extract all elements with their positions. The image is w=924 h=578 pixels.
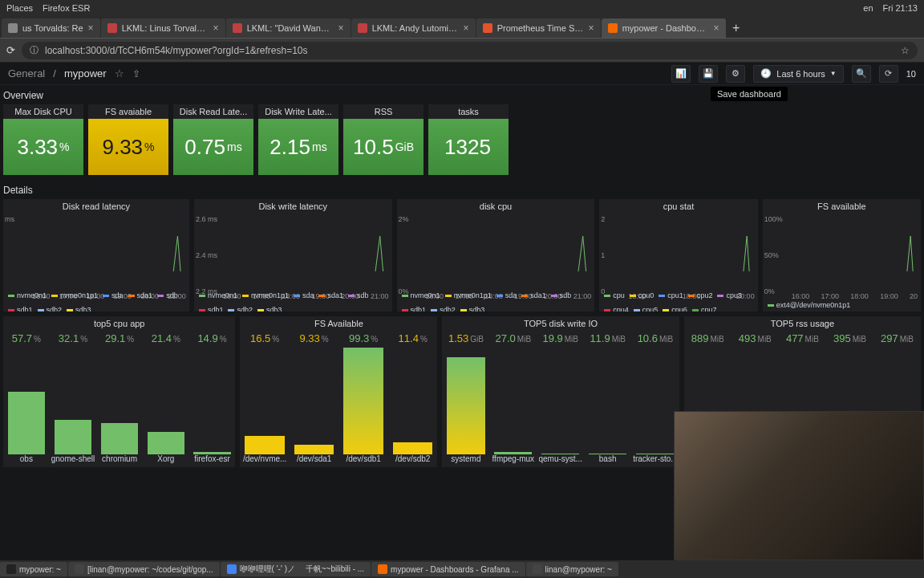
- legend-item[interactable]: sdb3: [257, 305, 282, 311]
- close-tab-icon[interactable]: ×: [589, 22, 594, 34]
- taskbar-item[interactable]: 咿咿哩哩( '-' )ノ゙ 千帆~~bilibili - ...: [221, 562, 371, 576]
- chart-plot[interactable]: 2.6 ms2.4 ms2.2 ms 16:0017:0018:0019:002…: [194, 214, 392, 311]
- timeseries-panel[interactable]: Disk read latency ms 16:0017:0018:0019:0…: [3, 199, 189, 311]
- url-field[interactable]: ⓘ localhost:3000/d/TcCH6m54k/mypower?org…: [22, 42, 918, 59]
- lang-indicator[interactable]: en: [863, 3, 873, 13]
- zoom-out-button[interactable]: 🔍: [852, 65, 871, 83]
- legend-item[interactable]: cpu: [604, 291, 625, 300]
- close-tab-icon[interactable]: ×: [464, 22, 469, 34]
- legend-item[interactable]: sda: [496, 291, 517, 300]
- tab-favicon: [233, 23, 242, 33]
- legend-item[interactable]: sdb1: [402, 305, 427, 311]
- refresh-interval[interactable]: 10: [906, 69, 916, 79]
- bargauge-label: Xorg: [157, 454, 174, 466]
- places-menu[interactable]: Places: [6, 3, 33, 13]
- legend-item[interactable]: sdb1: [199, 305, 224, 311]
- taskbar-item[interactable]: mypower: ~: [0, 562, 67, 576]
- legend-item[interactable]: sda1: [318, 291, 343, 300]
- refresh-button[interactable]: ⟳: [879, 65, 898, 83]
- chart-plot[interactable]: 2%0% 16:0017:0018:0019:0020:0021:00 nvme…: [397, 214, 595, 311]
- legend-item[interactable]: nvme0n1p1: [51, 291, 98, 300]
- legend-item[interactable]: sdb: [157, 291, 178, 300]
- app-menu[interactable]: Firefox ESR: [43, 3, 90, 13]
- taskbar-item[interactable]: [linan@mypower: ~/codes/git/gop...: [68, 562, 220, 576]
- share-icon[interactable]: ⇪: [132, 68, 140, 79]
- legend-item[interactable]: sda: [294, 291, 314, 300]
- bargauge-panel[interactable]: FS Available 16.5% /dev/nvme... 9.33% /d…: [240, 316, 437, 467]
- taskbar-app-icon: [227, 564, 237, 574]
- legend-item[interactable]: cpu0: [630, 291, 654, 300]
- close-tab-icon[interactable]: ×: [338, 22, 344, 34]
- clock[interactable]: Fri 21:13: [883, 3, 918, 13]
- legend-item[interactable]: sdb: [348, 291, 369, 300]
- settings-button[interactable]: ⚙: [726, 65, 745, 83]
- legend-item[interactable]: cpu7: [692, 305, 717, 311]
- tab-title: LKML: Andy Lutomirski:: [372, 23, 459, 33]
- browser-tab[interactable]: LKML: Linus Torvalds: Re×: [101, 18, 225, 38]
- browser-tab[interactable]: mypower - Dashboards×: [602, 18, 726, 38]
- close-tab-icon[interactable]: ×: [213, 22, 219, 34]
- legend-item[interactable]: nvme0n1: [402, 291, 440, 300]
- timeseries-panel[interactable]: disk cpu 2%0% 16:0017:0018:0019:0020:002…: [397, 199, 595, 311]
- stat-panel[interactable]: tasks1325: [428, 104, 509, 175]
- stat-panel[interactable]: FS avaiable9.33%: [88, 104, 168, 175]
- stat-panel[interactable]: Disk Read Late...0.75ms: [173, 104, 253, 175]
- time-range-picker[interactable]: 🕘 Last 6 hours ▼: [753, 65, 843, 83]
- bargauge-label: obs: [20, 454, 33, 466]
- legend-item[interactable]: nvme0n1: [199, 291, 237, 300]
- close-tab-icon[interactable]: ×: [88, 22, 94, 34]
- timeseries-panel[interactable]: Disk write latency 2.6 ms2.4 ms2.2 ms 16…: [194, 199, 392, 311]
- legend-item[interactable]: sda: [103, 291, 124, 300]
- legend-item[interactable]: sdb3: [460, 305, 485, 311]
- legend-item[interactable]: cpu6: [663, 305, 687, 311]
- legend-item[interactable]: sda1: [128, 291, 153, 300]
- timeseries-panel[interactable]: FS available 100%50%0% 16:0017:0018:0019…: [763, 199, 921, 311]
- legend-item[interactable]: nvme0n1p1: [242, 291, 289, 300]
- browser-tab[interactable]: LKML: Andy Lutomirski:×: [351, 18, 476, 38]
- legend-item[interactable]: sdb1: [8, 305, 33, 311]
- bargauge-bar: [541, 347, 579, 454]
- stat-panel[interactable]: RSS10.5GiB: [343, 104, 424, 175]
- chart-plot[interactable]: 210 16:0018:0020:00 cpucpu0cpu1cpu2cpu3c…: [599, 214, 757, 311]
- taskbar-item[interactable]: mypower - Dashboards - Grafana ...: [371, 562, 525, 576]
- dashboard-title[interactable]: mypower: [64, 67, 107, 79]
- row-details[interactable]: Details: [0, 180, 924, 199]
- site-info-icon[interactable]: ⓘ: [30, 44, 38, 56]
- legend-item[interactable]: sdb3: [67, 305, 91, 311]
- bargauge-panel[interactable]: TOP5 disk write IO 1.53GiB systemd 27.0M…: [442, 316, 679, 467]
- legend-item[interactable]: ext4@/dev/nvme0n1p1: [768, 300, 851, 310]
- legend-item[interactable]: sdb2: [38, 305, 63, 311]
- bargauge-bar: [55, 347, 92, 454]
- legend-item[interactable]: cpu2: [688, 291, 713, 300]
- chart-plot[interactable]: 100%50%0% 16:0017:0018:0019:0020 ext4@/d…: [763, 214, 921, 311]
- legend-item[interactable]: sdb2: [228, 305, 253, 311]
- legend-item[interactable]: cpu5: [634, 305, 659, 311]
- legend-item[interactable]: cpu1: [659, 291, 683, 300]
- stat-panel[interactable]: Max Disk CPU3.33%: [3, 104, 83, 175]
- legend-item[interactable]: sdb2: [431, 305, 456, 311]
- chart-plot[interactable]: ms 16:0017:0018:0019:0020:0021:00 nvme0n…: [3, 214, 189, 311]
- legend-item[interactable]: cpu4: [604, 305, 629, 311]
- bargauge-panel[interactable]: top5 cpu app 57.7% obs 32.1% gnome-shell…: [3, 316, 235, 467]
- bargauge-label: ffmpeg-mux: [492, 454, 535, 466]
- reload-icon[interactable]: ⟳: [6, 44, 15, 56]
- legend-item[interactable]: nvme0n1: [8, 291, 47, 300]
- browser-tab[interactable]: us Torvalds: Re×: [2, 18, 100, 38]
- legend-item[interactable]: cpu3: [717, 291, 742, 300]
- save-dashboard-button[interactable]: 💾: [699, 65, 718, 83]
- legend-item[interactable]: nvme0n1p1: [445, 291, 492, 300]
- add-panel-button[interactable]: 📊: [671, 65, 691, 83]
- tab-title: us Torvalds: Re: [22, 23, 83, 33]
- stat-panel[interactable]: Disk Write Late...2.15ms: [258, 104, 338, 175]
- breadcrumb-root[interactable]: General: [8, 67, 45, 79]
- legend-item[interactable]: sda1: [521, 291, 546, 300]
- new-tab-button[interactable]: +: [727, 18, 746, 38]
- star-dashboard-icon[interactable]: ☆: [115, 67, 124, 79]
- browser-tab[interactable]: Prometheus Time Series×: [476, 18, 601, 38]
- timeseries-panel[interactable]: cpu stat 210 16:0018:0020:00 cpucpu0cpu1…: [599, 199, 757, 311]
- legend-item[interactable]: sdb: [551, 291, 572, 300]
- bookmark-star-icon[interactable]: ☆: [901, 45, 910, 56]
- close-tab-icon[interactable]: ×: [714, 22, 719, 34]
- taskbar-item[interactable]: linan@mypower: ~: [526, 562, 618, 576]
- browser-tab[interactable]: LKML: "David Wang": [pr×: [226, 18, 351, 38]
